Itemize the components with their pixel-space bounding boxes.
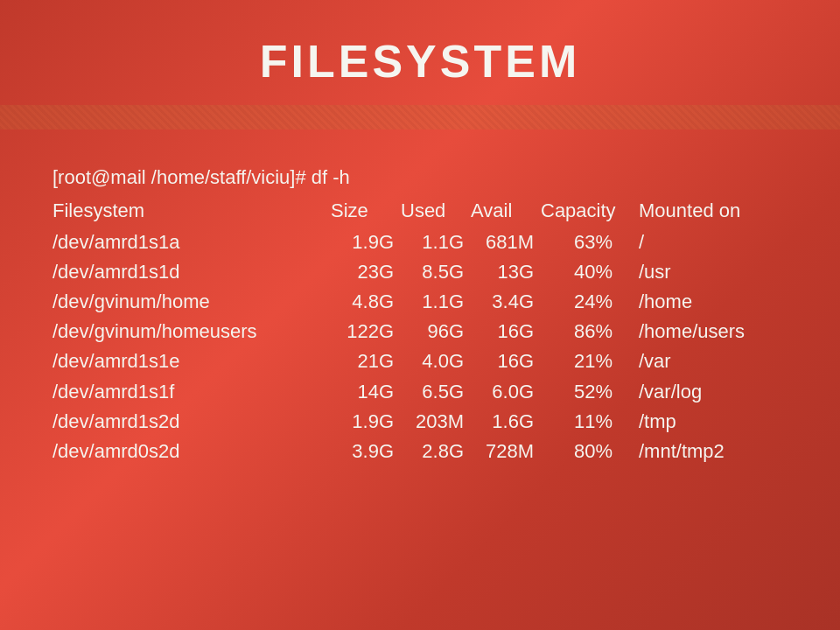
- header-size: Size: [324, 196, 394, 226]
- cell-mounted: /mnt/tmp2: [612, 437, 788, 466]
- table-row: /dev/amrd1s2d 1.9G 203M 1.6G 11% /tmp: [52, 407, 788, 437]
- cell-mounted: /var: [612, 346, 788, 376]
- cell-avail: 728M: [464, 437, 534, 466]
- cell-size: 1.9G: [324, 407, 394, 437]
- table-row: /dev/amrd1s1d 23G 8.5G 13G 40% /usr: [52, 257, 788, 287]
- cell-mounted: /usr: [612, 257, 788, 287]
- header-avail: Avail: [464, 196, 534, 226]
- cell-size: 1.9G: [324, 228, 394, 257]
- cell-avail: 3.4G: [464, 287, 534, 317]
- cell-used: 1.1G: [394, 228, 464, 257]
- cell-size: 122G: [324, 317, 394, 346]
- cell-mounted: /var/log: [612, 377, 788, 407]
- cell-used: 4.0G: [394, 346, 464, 376]
- cell-capacity: 21%: [534, 346, 612, 376]
- table-row: /dev/gvinum/home 4.8G 1.1G 3.4G 24% /hom…: [52, 287, 788, 317]
- page-title: FILESYSTEM: [0, 35, 840, 88]
- table-row: /dev/amrd1s1a 1.9G 1.1G 681M 63% /: [52, 228, 788, 257]
- cell-used: 203M: [394, 407, 464, 437]
- title-section: FILESYSTEM: [0, 0, 840, 105]
- cell-capacity: 86%: [534, 317, 612, 346]
- cell-size: 3.9G: [324, 437, 394, 466]
- cell-used: 6.5G: [394, 377, 464, 407]
- content-section: [root@mail /home/staff/viciu]# df -h Fil…: [0, 105, 840, 493]
- cell-mounted: /home: [612, 287, 788, 317]
- cell-avail: 13G: [464, 257, 534, 287]
- cell-used: 96G: [394, 317, 464, 346]
- cell-used: 8.5G: [394, 257, 464, 287]
- cell-filesystem: /dev/amrd1s1d: [52, 257, 324, 287]
- table-header: Filesystem Size Used Avail Capacity Moun…: [52, 196, 788, 226]
- cell-filesystem: /dev/amrd0s2d: [52, 437, 324, 466]
- header-mounted: Mounted on: [612, 196, 788, 226]
- header-used: Used: [394, 196, 464, 226]
- cell-mounted: /tmp: [612, 407, 788, 437]
- cell-filesystem: /dev/amrd1s2d: [52, 407, 324, 437]
- cell-avail: 16G: [464, 346, 534, 376]
- table-row: /dev/amrd0s2d 3.9G 2.8G 728M 80% /mnt/tm…: [52, 437, 788, 466]
- cell-avail: 6.0G: [464, 377, 534, 407]
- cell-capacity: 80%: [534, 437, 612, 466]
- cell-size: 23G: [324, 257, 394, 287]
- cell-capacity: 11%: [534, 407, 612, 437]
- cell-mounted: /: [612, 228, 788, 257]
- cell-avail: 681M: [464, 228, 534, 257]
- cell-filesystem: /dev/gvinum/homeusers: [52, 317, 324, 346]
- cell-avail: 1.6G: [464, 407, 534, 437]
- table-row: /dev/gvinum/homeusers 122G 96G 16G 86% /…: [52, 317, 788, 346]
- cell-mounted: /home/users: [612, 317, 788, 346]
- table-row: /dev/amrd1s1e 21G 4.0G 16G 21% /var: [52, 346, 788, 376]
- cell-capacity: 40%: [534, 257, 612, 287]
- cell-filesystem: /dev/amrd1s1a: [52, 228, 324, 257]
- cell-capacity: 24%: [534, 287, 612, 317]
- cell-size: 14G: [324, 377, 394, 407]
- header-filesystem: Filesystem: [52, 196, 324, 226]
- df-table: Filesystem Size Used Avail Capacity Moun…: [52, 196, 788, 466]
- cell-avail: 16G: [464, 317, 534, 346]
- cell-capacity: 63%: [534, 228, 612, 257]
- cell-filesystem: /dev/amrd1s1f: [52, 377, 324, 407]
- command-line: [root@mail /home/staff/viciu]# df -h: [52, 166, 788, 189]
- cell-used: 2.8G: [394, 437, 464, 466]
- header-capacity: Capacity: [534, 196, 612, 226]
- cell-filesystem: /dev/amrd1s1e: [52, 346, 324, 376]
- cell-used: 1.1G: [394, 287, 464, 317]
- cell-filesystem: /dev/gvinum/home: [52, 287, 324, 317]
- cell-size: 4.8G: [324, 287, 394, 317]
- cell-size: 21G: [324, 346, 394, 376]
- table-row: /dev/amrd1s1f 14G 6.5G 6.0G 52% /var/log: [52, 377, 788, 407]
- cell-capacity: 52%: [534, 377, 612, 407]
